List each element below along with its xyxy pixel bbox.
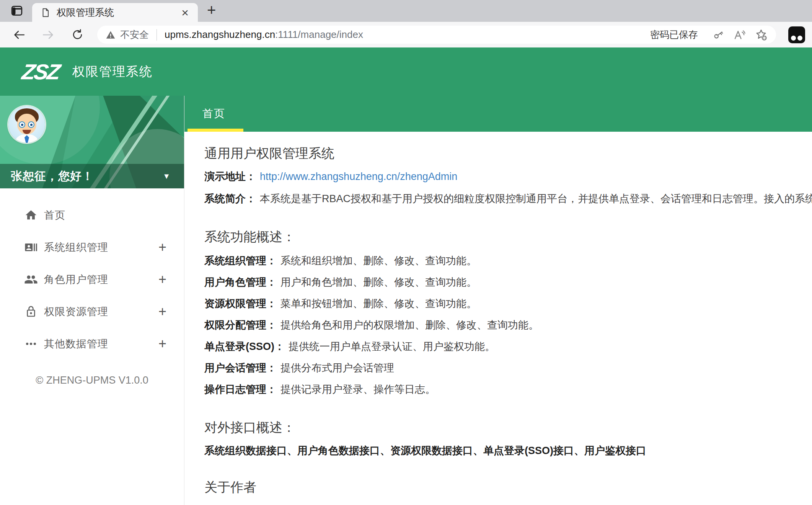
forward-icon xyxy=(42,28,55,41)
page-body: 通用用户权限管理系统 演示地址：http://www.zhangshuzheng… xyxy=(184,132,812,505)
url-text[interactable]: upms.zhangshuzheng.cn:1111/manage/index xyxy=(165,29,363,41)
feature-item: 资源权限管理：菜单和按钮增加、删除、修改、查询功能。 xyxy=(204,297,812,310)
security-label[interactable]: 不安全 xyxy=(120,28,149,41)
feature-item: 权限分配管理：提供给角色和用户的权限增加、删除、修改、查询功能。 xyxy=(204,319,812,332)
user-greeting: 张恕征，您好！ xyxy=(11,168,94,184)
version-footer: © ZHENG-UPMS V1.0.0 xyxy=(0,374,184,386)
sidebar-menu: 首页 系统组织管理 + 角色用户管理 + xyxy=(0,188,184,360)
expand-icon[interactable]: + xyxy=(158,306,166,317)
demo-link[interactable]: http://www.zhangshuzheng.cn/zhengAdmin xyxy=(260,171,457,182)
sidebar-item-permission-resource[interactable]: 权限资源管理 + xyxy=(0,296,184,328)
more-icon xyxy=(24,337,38,351)
key-icon[interactable] xyxy=(712,28,725,41)
sidebar-item-role-user[interactable]: 角色用户管理 + xyxy=(0,263,184,296)
demo-label: 演示地址： xyxy=(204,171,256,182)
refresh-icon xyxy=(71,28,84,41)
interfaces-heading: 对外接口概述： xyxy=(204,419,812,436)
url-separator xyxy=(157,29,157,41)
forward-button xyxy=(40,26,57,43)
lock-icon xyxy=(24,305,38,319)
browser-tab[interactable]: 权限管理系统 × xyxy=(32,3,198,22)
tab-title: 权限管理系统 xyxy=(57,6,179,19)
active-tab-underline xyxy=(188,129,243,132)
read-aloud-icon[interactable] xyxy=(733,28,746,41)
sidebar: 张恕征，您好！ ▼ 首页 系统组织管理 + xyxy=(0,96,184,505)
address-bar[interactable]: 不安全 upms.zhangshuzheng.cn:1111/manage/in… xyxy=(97,26,776,44)
user-greeting-bar[interactable]: 张恕征，您好！ ▼ xyxy=(0,164,184,188)
demo-address-row: 演示地址：http://www.zhangshuzheng.cn/zhengAd… xyxy=(204,170,812,183)
app-title: 权限管理系统 xyxy=(72,63,153,80)
feature-item: 系统组织管理：系统和组织增加、删除、修改、查询功能。 xyxy=(204,254,812,267)
features-list: 系统组织管理：系统和组织增加、删除、修改、查询功能。 用户角色管理：用户和角色增… xyxy=(204,254,812,396)
expand-icon[interactable]: + xyxy=(158,274,166,285)
content-area: 首页 通用用户权限管理系统 演示地址：http://www.zhangshuzh… xyxy=(184,96,812,505)
feature-item: 用户角色管理：用户和角色增加、删除、修改、查询功能。 xyxy=(204,276,812,289)
password-saved-label[interactable]: 密码已保存 xyxy=(650,28,698,41)
browser-toolbar: 不安全 upms.zhangshuzheng.cn:1111/manage/in… xyxy=(0,22,812,47)
profile-icon[interactable] xyxy=(788,26,805,43)
tab-actions-button[interactable] xyxy=(9,3,24,18)
people-icon xyxy=(24,273,38,286)
expand-icon[interactable]: + xyxy=(158,242,166,253)
url-path: :1111/manage/index xyxy=(275,29,363,40)
url-host: upms.zhangshuzheng.cn xyxy=(165,29,275,40)
back-icon xyxy=(13,28,26,41)
tab-home[interactable]: 首页 xyxy=(184,96,243,132)
sidebar-item-home[interactable]: 首页 xyxy=(0,199,184,231)
page-title: 通用用户权限管理系统 xyxy=(204,145,812,162)
system-intro-row: 系统简介：本系统是基于RBAC授权和基于用户授权的细粒度权限控制通用平台，并提供… xyxy=(204,192,812,205)
avatar[interactable] xyxy=(8,106,45,143)
expand-icon[interactable]: + xyxy=(158,338,166,350)
intro-label: 系统简介： xyxy=(204,193,256,204)
favorite-add-icon[interactable] xyxy=(755,28,768,41)
features-heading: 系统功能概述： xyxy=(204,228,812,245)
feature-item: 用户会话管理：提供分布式用户会话管理 xyxy=(204,361,812,374)
chevron-down-icon[interactable]: ▼ xyxy=(163,172,173,181)
content-tab-bar: 首页 xyxy=(184,96,812,132)
interfaces-text: 系统组织数据接口、用户角色数据接口、资源权限数据接口、单点登录(SSO)接口、用… xyxy=(204,444,812,457)
refresh-button[interactable] xyxy=(69,26,86,43)
browser-tab-strip: 权限管理系统 × + xyxy=(0,0,812,22)
sidebar-profile-card: 张恕征，您好！ ▼ xyxy=(0,96,184,188)
new-tab-button[interactable]: + xyxy=(207,3,216,16)
app-header: ZSZ 权限管理系统 xyxy=(0,47,812,96)
feature-item: 操作日志管理：提供记录用户登录、操作等日志。 xyxy=(204,383,812,396)
sidebar-item-system-org[interactable]: 系统组织管理 + xyxy=(0,231,184,263)
sidebar-item-other-data[interactable]: 其他数据管理 + xyxy=(0,328,184,360)
tab-actions-icon xyxy=(10,4,23,17)
warning-icon[interactable] xyxy=(106,30,116,40)
home-icon xyxy=(24,208,38,222)
close-icon[interactable]: × xyxy=(179,7,191,18)
about-heading: 关于作者 xyxy=(204,479,812,495)
back-button[interactable] xyxy=(11,26,28,43)
intro-text: 本系统是基于RBAC授权和基于用户授权的细粒度权限控制通用平台，并提供单点登录、… xyxy=(260,193,812,204)
zsz-logo: ZSZ xyxy=(20,59,61,84)
page-icon xyxy=(41,8,51,18)
feature-item: 单点登录(SSO)：提供统一用户单点登录认证、用户鉴权功能。 xyxy=(204,340,812,353)
org-card-icon xyxy=(24,240,38,254)
